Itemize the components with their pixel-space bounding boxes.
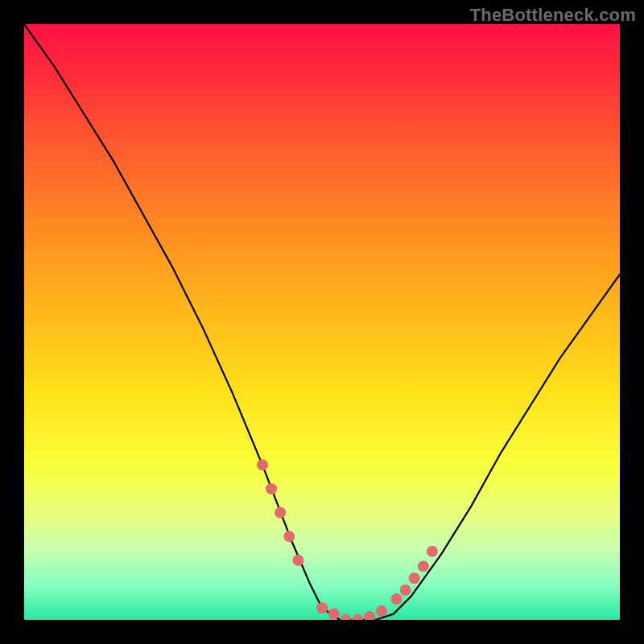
highlight-dot	[391, 593, 402, 605]
bottleneck-curve-line	[24, 24, 620, 620]
highlight-dot	[292, 555, 303, 566]
highlight-dot	[352, 614, 363, 620]
highlight-dot	[275, 507, 286, 518]
highlight-dot	[409, 572, 420, 584]
highlight-dot	[328, 609, 340, 620]
curve-svg	[24, 24, 620, 620]
highlight-dot	[376, 605, 387, 617]
highlight-dot	[427, 546, 438, 557]
highlight-dot	[257, 460, 268, 471]
highlight-dot	[418, 560, 429, 572]
highlight-dot	[283, 530, 295, 542]
highlight-dot	[316, 602, 328, 613]
highlight-dot	[364, 611, 375, 620]
plot-area	[24, 24, 620, 620]
chart-frame: TheBottleneck.com	[0, 0, 644, 644]
highlight-dot	[400, 584, 411, 596]
watermark-text: TheBottleneck.com	[470, 5, 636, 26]
highlight-dot	[341, 614, 352, 620]
highlight-dot	[266, 483, 277, 494]
